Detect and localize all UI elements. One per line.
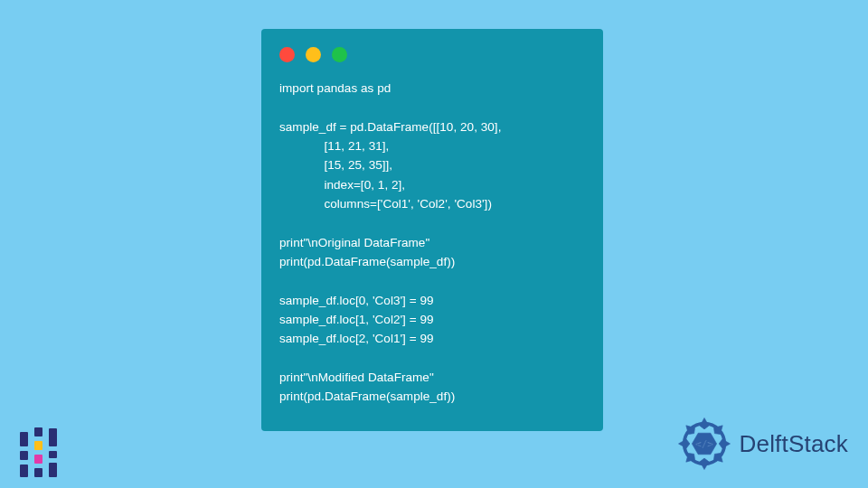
svg-text:</>: </> xyxy=(694,438,712,450)
minimize-icon xyxy=(306,47,321,62)
code-window: import pandas as pd sample_df = pd.DataF… xyxy=(261,29,603,431)
close-icon xyxy=(279,47,295,62)
window-controls xyxy=(279,43,587,62)
delftstack-wordmark: DelftStack xyxy=(740,430,849,458)
delftstack-logo: </> DelftStack xyxy=(676,416,849,472)
site-mark-icon xyxy=(20,423,67,477)
code-block: import pandas as pd sample_df = pd.DataF… xyxy=(279,79,587,407)
maximize-icon xyxy=(332,47,347,62)
delftstack-emblem-icon: </> xyxy=(676,416,732,472)
